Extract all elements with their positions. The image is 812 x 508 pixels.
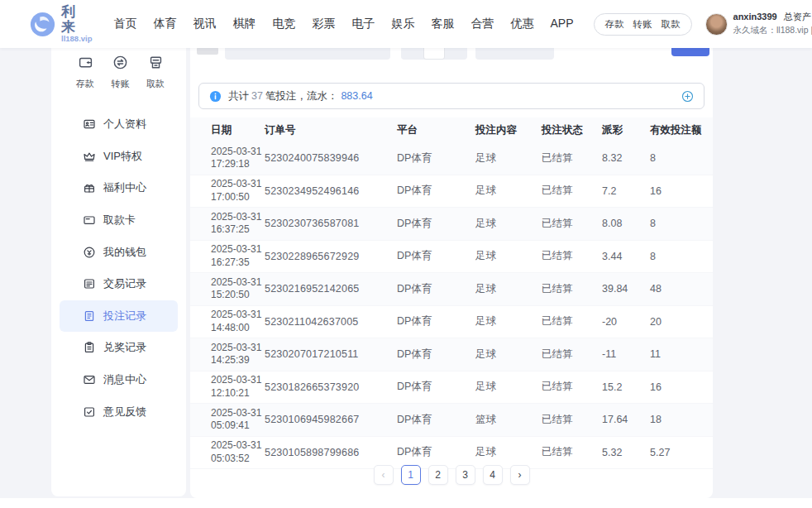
cell-valid-amount: 48 [650, 283, 713, 295]
sidebar-item[interactable]: 交易记录 [60, 268, 178, 300]
cell-valid-amount: 16 [650, 381, 713, 393]
total-assets-label: 总资产： [784, 12, 812, 22]
crown-icon [83, 150, 96, 163]
cell-date: 2025-03-3116:37:25 [211, 211, 265, 237]
cell-platform: DP体育 [397, 151, 475, 165]
quick-action[interactable]: 存款 [76, 55, 94, 90]
cell-bet-status: 已结算 [542, 217, 602, 231]
logo[interactable]: 利 来 ll188.vip [30, 5, 93, 43]
plus-circle-icon[interactable] [681, 90, 694, 103]
table-row: 2025-03-3112:10:21 5230182665373920 DP体育… [190, 371, 713, 405]
table-row: 2025-03-3115:20:50 5230216952142065 DP体育… [190, 273, 713, 306]
sidebar-item[interactable]: 意见反馈 [60, 395, 178, 428]
cell-bet-status: 已结算 [542, 151, 602, 165]
nav-item[interactable]: 棋牌 [233, 17, 256, 31]
quick-action[interactable]: 转账 [112, 55, 130, 90]
quick-action[interactable]: 取款 [146, 55, 165, 90]
cell-date: 2025-03-3115:20:50 [211, 276, 265, 302]
withdraw-button[interactable]: 取款 [662, 18, 681, 31]
sidebar-item[interactable]: 消息中心 [60, 364, 178, 396]
top-navigation: 首页体育视讯棋牌电竞彩票电子娱乐客服合营优惠APP [114, 17, 574, 31]
table-header-cell: 订单号 [265, 123, 397, 137]
cell-bet-status: 已结算 [542, 413, 602, 427]
avatar[interactable] [705, 13, 728, 36]
nav-item[interactable]: 首页 [114, 17, 137, 31]
table-header-cell: 派彩 [602, 123, 650, 137]
nav-item[interactable]: 电竞 [273, 17, 296, 31]
cell-valid-amount: 8 [650, 152, 713, 164]
pagination-page-button[interactable]: 3 [456, 465, 475, 485]
cell-order-number: 5230228965672929 [265, 251, 397, 262]
main-card: 共计37笔投注，流水：883.64 日期订单号平台投注内容投注状态派彩有效投注额… [190, 25, 713, 498]
nav-item[interactable]: 客服 [432, 17, 455, 31]
cell-bet-content: 足球 [475, 217, 542, 231]
cell-date: 2025-03-3112:10:21 [211, 374, 265, 400]
nav-item[interactable]: 娱乐 [392, 17, 415, 31]
cell-bet-content: 篮球 [475, 413, 542, 427]
brand-logo-icon [30, 12, 55, 37]
sidebar-item[interactable]: 取款卡 [60, 204, 178, 237]
nav-item[interactable]: 合营 [471, 17, 494, 31]
cell-date: 2025-03-3117:29:18 [211, 146, 265, 171]
sidebar-item[interactable]: 福利中心 [60, 172, 178, 204]
pagination-next-button[interactable]: › [510, 465, 530, 485]
message-icon [83, 373, 96, 386]
summary-bar: 共计37笔投注，流水：883.64 [198, 83, 705, 109]
cell-bet-status: 已结算 [542, 347, 602, 362]
page: 存款 转账 取款 个人资料 [0, 0, 812, 508]
table-row: 2025-03-3105:09:41 5230106945982667 DP体育… [190, 404, 713, 437]
deposit-icon [78, 55, 93, 74]
cell-platform: DP体育 [397, 445, 475, 459]
table-row: 2025-03-3117:29:18 5230240075839946 DP体育… [190, 142, 713, 175]
id-card-icon [83, 117, 96, 131]
nav-item[interactable]: 彩票 [313, 17, 336, 31]
cell-valid-amount: 18 [650, 414, 713, 425]
sidebar-item[interactable]: 个人资料 [60, 108, 178, 141]
cell-valid-amount: 20 [650, 316, 713, 328]
cell-bet-status: 已结算 [542, 314, 602, 328]
table-body: 2025-03-3117:29:18 5230240075839946 DP体育… [190, 142, 713, 469]
transfer-button[interactable]: 转账 [633, 18, 652, 31]
table-row: 2025-03-3114:25:39 5230207017210511 DP体育… [190, 338, 713, 371]
sidebar-item[interactable]: 投注记录 [60, 300, 178, 333]
cell-order-number: 5230234952496146 [265, 185, 397, 197]
nav-item[interactable]: 电子 [352, 17, 375, 31]
pagination-page-button[interactable]: 4 [483, 465, 503, 485]
table-row: 2025-03-3117:00:50 5230234952496146 DP体育… [190, 175, 713, 208]
cell-date: 2025-03-3117:00:50 [211, 178, 265, 204]
pagination-pages: 1234 [401, 465, 503, 485]
feedback-icon [83, 405, 96, 419]
username[interactable]: anxin3399 [733, 12, 777, 22]
cell-payout: -20 [602, 316, 650, 328]
table-row: 2025-03-3116:27:35 5230228965672929 DP体育… [190, 241, 713, 274]
cell-platform: DP体育 [397, 249, 475, 263]
cell-date: 2025-03-3116:27:35 [211, 243, 265, 269]
sidebar-item[interactable]: 我的钱包 [60, 236, 178, 268]
cell-bet-content: 足球 [475, 249, 542, 263]
withdraw-icon [148, 55, 164, 74]
sidebar-item[interactable]: 兑奖记录 [60, 332, 178, 364]
cell-date: 2025-03-3114:25:39 [211, 342, 265, 367]
cell-bet-content: 足球 [475, 184, 542, 198]
turnover-value: 883.64 [341, 90, 372, 102]
deposit-button[interactable]: 存款 [605, 18, 624, 31]
nav-item[interactable]: 体育 [154, 17, 177, 31]
nav-item[interactable]: APP [551, 17, 574, 31]
pagination-page-button[interactable]: 1 [401, 465, 421, 485]
transfer-icon [112, 55, 128, 74]
table-header-cell: 投注状态 [542, 123, 602, 137]
bank-card-icon [83, 213, 96, 227]
nav-item[interactable]: 视讯 [193, 17, 217, 31]
cell-date: 2025-03-3114:48:00 [211, 309, 265, 334]
cell-payout: 8.32 [602, 152, 650, 164]
cell-bet-status: 已结算 [542, 282, 602, 296]
pagination-page-button[interactable]: 2 [428, 465, 448, 485]
wallet-icon [83, 246, 96, 259]
sidebar: 存款 转账 取款 个人资料 [51, 33, 186, 496]
cell-order-number: 5230106945982667 [265, 414, 397, 425]
nav-item[interactable]: 优惠 [511, 17, 534, 31]
cell-platform: DP体育 [397, 413, 475, 427]
sidebar-item[interactable]: VIP特权 [60, 141, 178, 173]
pagination-prev-button[interactable]: ‹ [374, 465, 394, 485]
cell-payout: 39.84 [602, 283, 650, 295]
